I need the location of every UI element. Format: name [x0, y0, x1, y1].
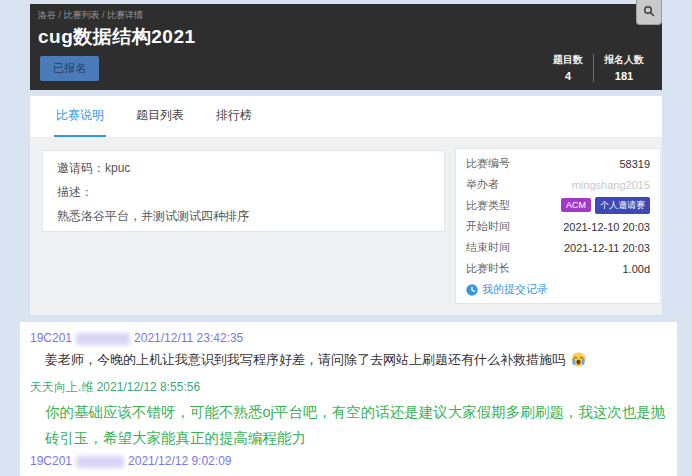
- crying-face-emoji-icon: [567, 355, 586, 370]
- contest-type-badges: ACM个人邀请赛: [557, 197, 650, 214]
- my-submissions-link[interactable]: 我的提交记录: [466, 282, 548, 297]
- invite-code-value: kpuc: [105, 161, 130, 175]
- contest-id-value: 58319: [619, 158, 650, 170]
- comment-timestamp: 2021/12/12 9:02:09: [128, 454, 231, 468]
- registered-button[interactable]: 已报名: [40, 56, 99, 81]
- info-row-submissions: 我的提交记录: [456, 279, 660, 300]
- info-label: 举办者: [466, 177, 499, 192]
- invite-contest-badge: 个人邀请赛: [595, 197, 650, 214]
- comment-text: 你的基础应该不错呀，可能不熟悉oj平台吧，有空的话还是建议大家假期多刷刷题，我这…: [45, 399, 667, 451]
- clock-icon: [466, 284, 478, 296]
- organizer-value[interactable]: mingshang2015: [572, 179, 650, 191]
- contest-page: 洛谷 / 比赛列表 / 比赛详情 cug数据结构2021 已报名 题目数 4 报…: [0, 0, 692, 476]
- info-row-start-time: 开始时间 2021-12-10 20:03: [456, 216, 660, 237]
- comment-text: 姜老师，今晚的上机让我意识到我写程序好差，请问除了去网站上刷题还有什么补救措施吗: [45, 351, 667, 372]
- info-row-organizer: 举办者 mingshang2015: [456, 174, 660, 195]
- duration-value: 1.00d: [622, 263, 650, 275]
- info-label: 开始时间: [466, 219, 510, 234]
- description-label-row: 描述：: [57, 185, 430, 200]
- comment-timestamp: 2021/12/11 23:42:35: [134, 331, 243, 345]
- tab-content: 邀请码：kpuc 描述： 熟悉洛谷平台，并测试测试四种排序 比赛编号 58319…: [30, 138, 662, 315]
- info-row-contest-id: 比赛编号 58319: [456, 153, 660, 174]
- invite-code-row: 邀请码：kpuc: [57, 161, 430, 176]
- contest-header: 洛谷 / 比赛列表 / 比赛详情 cug数据结构2021 已报名 题目数 4 报…: [30, 4, 662, 90]
- redacted-name: [76, 456, 124, 468]
- stat-value: 4: [553, 70, 583, 82]
- stat-registrant-count: 报名人数 181: [594, 53, 654, 82]
- end-time-value: 2021-12-11 20:03: [564, 242, 650, 254]
- tab-problem-list[interactable]: 题目列表: [134, 96, 186, 137]
- stat-value: 181: [604, 70, 644, 82]
- info-row-contest-type: 比赛类型 ACM个人邀请赛: [456, 195, 660, 216]
- header-stats: 题目数 4 报名人数 181: [543, 53, 654, 82]
- comment-author[interactable]: 天天向上.维: [30, 380, 93, 394]
- comment: 19C2012021/12/12 9:02:09 嗯嗯好的，这次真的点醒我了，谢…: [30, 453, 667, 476]
- search-button[interactable]: [636, 0, 662, 25]
- comment-author[interactable]: 19C201: [30, 331, 72, 345]
- comment-author[interactable]: 19C201: [30, 454, 72, 468]
- info-label: 比赛时长: [466, 261, 510, 276]
- page-title: cug数据结构2021: [38, 24, 196, 50]
- stat-problem-count: 题目数 4: [543, 53, 593, 82]
- description-card: 邀请码：kpuc 描述： 熟悉洛谷平台，并测试测试四种排序: [42, 150, 445, 232]
- breadcrumb[interactable]: 洛谷 / 比赛列表 / 比赛详情: [38, 9, 143, 22]
- start-time-value: 2021-12-10 20:03: [563, 221, 650, 233]
- contest-info-panel: 比赛编号 58319 举办者 mingshang2015 比赛类型 ACM个人邀…: [455, 148, 661, 304]
- info-row-duration: 比赛时长 1.00d: [456, 258, 660, 279]
- acm-badge: ACM: [561, 198, 591, 212]
- comments-section: 19C2012021/12/11 23:42:35 姜老师，今晚的上机让我意识到…: [20, 322, 677, 476]
- stat-label: 报名人数: [604, 53, 644, 67]
- my-submissions-label: 我的提交记录: [482, 282, 548, 297]
- comment-header: 19C2012021/12/11 23:42:35: [30, 330, 667, 346]
- comment: 天天向上.维 2021/12/12 8:55:56 你的基础应该不错呀，可能不熟…: [30, 379, 667, 451]
- description-text: 熟悉洛谷平台，并测试测试四种排序: [57, 209, 430, 224]
- info-label: 结束时间: [466, 240, 510, 255]
- comment: 19C2012021/12/11 23:42:35 姜老师，今晚的上机让我意识到…: [30, 330, 667, 372]
- stat-label: 题目数: [553, 53, 583, 67]
- info-row-end-time: 结束时间 2021-12-11 20:03: [456, 237, 660, 258]
- info-label: 比赛类型: [466, 198, 510, 213]
- tab-ranking[interactable]: 排行榜: [214, 96, 254, 137]
- tab-contest-description[interactable]: 比赛说明: [54, 96, 106, 137]
- info-label: 比赛编号: [466, 156, 510, 171]
- tab-bar: 比赛说明 题目列表 排行榜: [30, 96, 662, 138]
- invite-code-label: 邀请码：: [57, 161, 105, 175]
- search-icon: [643, 3, 655, 21]
- comment-text-content: 姜老师，今晚的上机让我意识到我写程序好差，请问除了去网站上刷题还有什么补救措施吗: [45, 352, 565, 367]
- comment-header: 19C2012021/12/12 9:02:09: [30, 453, 667, 469]
- contest-detail-card: 比赛说明 题目列表 排行榜 邀请码：kpuc 描述： 熟悉洛谷平台，并测试测试四…: [30, 96, 662, 315]
- redacted-name: [76, 333, 130, 345]
- comment-timestamp: 2021/12/12 8:55:56: [97, 380, 200, 394]
- comment-header: 天天向上.维 2021/12/12 8:55:56: [30, 379, 667, 395]
